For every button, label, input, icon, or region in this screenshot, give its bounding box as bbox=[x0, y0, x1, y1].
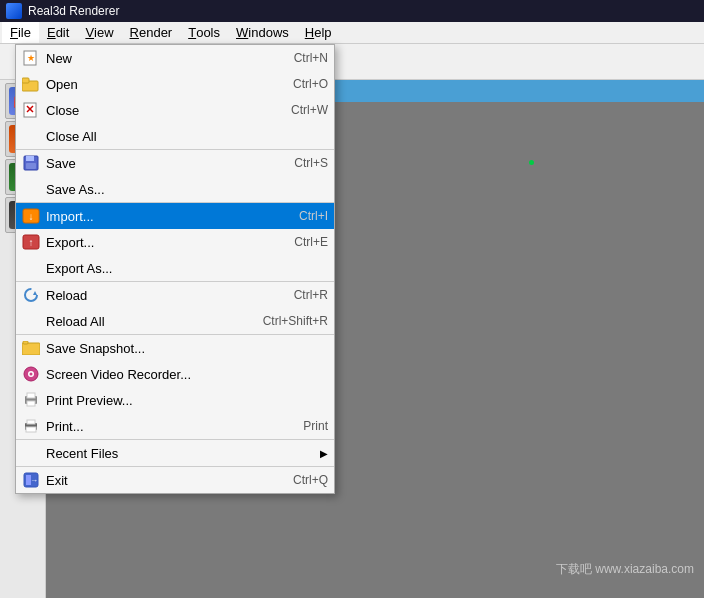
menu-item-export[interactable]: ↑ Export... Ctrl+E bbox=[16, 229, 334, 255]
app-title: Real3d Renderer bbox=[28, 4, 119, 18]
exit-label: Exit bbox=[46, 473, 293, 488]
new-icon: ★ bbox=[20, 48, 42, 68]
file-dropdown-menu: ★ New Ctrl+N Open Ctrl+O Close Ctrl+W bbox=[15, 44, 335, 494]
import-icon: ↓ bbox=[20, 206, 42, 226]
open-shortcut: Ctrl+O bbox=[293, 77, 328, 91]
menu-windows[interactable]: Windows bbox=[228, 22, 297, 43]
save-shortcut: Ctrl+S bbox=[294, 156, 328, 170]
menu-item-new[interactable]: ★ New Ctrl+N bbox=[16, 45, 334, 71]
export-icon: ↑ bbox=[20, 232, 42, 252]
menu-file[interactable]: File bbox=[2, 22, 39, 43]
import-shortcut: Ctrl+I bbox=[299, 209, 328, 223]
menu-item-exit[interactable]: → Exit Ctrl+Q bbox=[16, 467, 334, 493]
close-label: Close bbox=[46, 103, 291, 118]
svg-text:★: ★ bbox=[27, 53, 35, 63]
save-label: Save bbox=[46, 156, 294, 171]
exit-shortcut: Ctrl+Q bbox=[293, 473, 328, 487]
menu-item-recent-files[interactable]: Recent Files ▶ bbox=[16, 440, 334, 467]
menu-view[interactable]: View bbox=[77, 22, 121, 43]
menu-help[interactable]: Help bbox=[297, 22, 340, 43]
reload-label: Reload bbox=[46, 288, 294, 303]
recent-files-arrow: ▶ bbox=[320, 448, 328, 459]
export-label: Export... bbox=[46, 235, 294, 250]
import-label: Import... bbox=[46, 209, 299, 224]
recent-files-label: Recent Files bbox=[46, 446, 316, 461]
menu-item-print-preview[interactable]: Print Preview... bbox=[16, 387, 334, 413]
screen-video-label: Screen Video Recorder... bbox=[46, 367, 328, 382]
svg-rect-9 bbox=[26, 163, 36, 169]
svg-text:↑: ↑ bbox=[29, 237, 34, 248]
watermark: 下载吧 www.xiazaiba.com bbox=[556, 561, 694, 578]
svg-rect-16 bbox=[22, 343, 40, 355]
menu-item-open[interactable]: Open Ctrl+O bbox=[16, 71, 334, 97]
close-all-label: Close All bbox=[46, 129, 328, 144]
svg-text:↓: ↓ bbox=[29, 211, 34, 222]
svg-rect-3 bbox=[22, 78, 29, 83]
recent-files-icon bbox=[20, 443, 42, 463]
reload-all-shortcut: Ctrl+Shift+R bbox=[263, 314, 328, 328]
reload-all-icon bbox=[20, 311, 42, 331]
menu-item-reload-all[interactable]: Reload All Ctrl+Shift+R bbox=[16, 308, 334, 335]
save-icon bbox=[20, 153, 42, 173]
menu-bar: File Edit View Render Tools Windows Help bbox=[0, 22, 704, 44]
print-label: Print... bbox=[46, 419, 303, 434]
open-icon bbox=[20, 74, 42, 94]
save-as-label: Save As... bbox=[46, 182, 328, 197]
app-icon bbox=[6, 3, 22, 19]
title-bar: Real3d Renderer bbox=[0, 0, 704, 22]
exit-icon: → bbox=[20, 470, 42, 490]
video-icon bbox=[20, 364, 42, 384]
menu-item-close[interactable]: Close Ctrl+W bbox=[16, 97, 334, 123]
svg-rect-22 bbox=[27, 393, 35, 398]
menu-item-save-as[interactable]: Save As... bbox=[16, 176, 334, 203]
svg-rect-23 bbox=[27, 401, 35, 406]
svg-rect-25 bbox=[27, 420, 35, 424]
svg-rect-26 bbox=[26, 427, 36, 432]
menu-item-save-snapshot[interactable]: Save Snapshot... bbox=[16, 335, 334, 361]
reload-shortcut: Ctrl+R bbox=[294, 288, 328, 302]
menu-edit[interactable]: Edit bbox=[39, 22, 77, 43]
menu-item-print[interactable]: Print... Print bbox=[16, 413, 334, 440]
open-label: Open bbox=[46, 77, 293, 92]
snapshot-icon bbox=[20, 338, 42, 358]
print-icon bbox=[20, 416, 42, 436]
svg-marker-15 bbox=[33, 291, 37, 295]
reload-icon bbox=[20, 285, 42, 305]
print-preview-icon bbox=[20, 390, 42, 410]
save-snapshot-label: Save Snapshot... bbox=[46, 341, 328, 356]
menu-item-save[interactable]: Save Ctrl+S bbox=[16, 150, 334, 176]
print-preview-label: Print Preview... bbox=[46, 393, 328, 408]
close-icon bbox=[20, 100, 42, 120]
export-shortcut: Ctrl+E bbox=[294, 235, 328, 249]
close-all-icon bbox=[20, 126, 42, 146]
svg-rect-8 bbox=[26, 156, 34, 161]
new-shortcut: Ctrl+N bbox=[294, 51, 328, 65]
print-shortcut: Print bbox=[303, 419, 328, 433]
menu-item-import[interactable]: ↓ Import... Ctrl+I bbox=[16, 203, 334, 229]
svg-rect-17 bbox=[23, 341, 28, 344]
menu-render[interactable]: Render bbox=[122, 22, 181, 43]
svg-point-20 bbox=[30, 373, 33, 376]
reload-all-label: Reload All bbox=[46, 314, 263, 329]
svg-text:→: → bbox=[30, 476, 38, 485]
green-dot-indicator bbox=[529, 160, 534, 165]
menu-item-close-all[interactable]: Close All bbox=[16, 123, 334, 150]
menu-item-export-as[interactable]: Export As... bbox=[16, 255, 334, 282]
menu-item-screen-video[interactable]: Screen Video Recorder... bbox=[16, 361, 334, 387]
export-as-icon bbox=[20, 258, 42, 278]
save-as-icon bbox=[20, 179, 42, 199]
menu-tools[interactable]: Tools bbox=[180, 22, 228, 43]
export-as-label: Export As... bbox=[46, 261, 328, 276]
close-shortcut: Ctrl+W bbox=[291, 103, 328, 117]
menu-item-reload[interactable]: Reload Ctrl+R bbox=[16, 282, 334, 308]
new-label: New bbox=[46, 51, 294, 66]
